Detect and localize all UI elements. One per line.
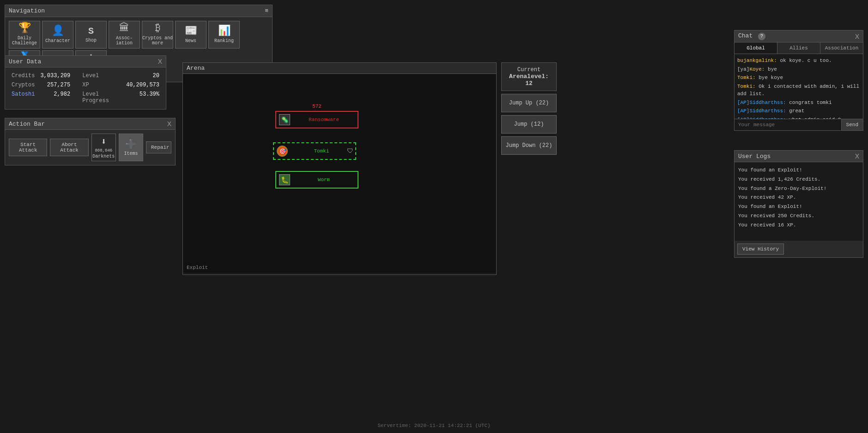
log-entry: You found a Zero-Day-Exploit!: [738, 184, 859, 194]
arena-panel: Arena 572 🦠 Ransomware 🎯 Tomki 🛡 🐛 Worm …: [182, 62, 497, 275]
nav-cryptos-label: Cryptos and more: [142, 36, 173, 46]
log-entry: You received 1,426 Credits.: [738, 175, 859, 184]
entity-player: 🎯 Tomki 🛡: [273, 142, 356, 160]
action-bar-header: Action Bar X: [5, 118, 175, 130]
items-label: Items: [124, 151, 138, 156]
level-label: Level: [73, 71, 123, 80]
tab-allies[interactable]: Allies: [777, 43, 820, 54]
start-attack-button[interactable]: Start Attack: [9, 139, 47, 156]
action-buttons: Start Attack Abort Attack ⬇ 808,046 Dark…: [5, 130, 175, 165]
navigation-title: Navigation: [9, 7, 45, 14]
arena-title: Arena: [187, 65, 205, 72]
jump-down-button[interactable]: Jump Down (22): [501, 136, 557, 155]
navigation-header: Navigation ≡: [5, 5, 272, 17]
chat-messages: bujankgalink: ok koye. c u too. [ya]Koye…: [734, 54, 863, 119]
arena-level-value: 12: [525, 80, 533, 87]
arena-controls: Current Arenalevel: 12 Jump Up (22) Jump…: [501, 62, 557, 155]
nav-character[interactable]: 👤 Character: [42, 21, 73, 49]
level-progress-value: 53.39%: [123, 90, 162, 105]
nav-ranking[interactable]: 📊 Ranking: [208, 21, 240, 49]
entity-ransomware: 572 🦠 Ransomware: [275, 111, 358, 128]
news-icon: 📰: [185, 26, 197, 37]
chat-help-icon[interactable]: ?: [758, 33, 765, 40]
association-icon: 🏛: [119, 24, 129, 34]
tab-association[interactable]: Association: [820, 43, 863, 54]
navigation-menu-icon[interactable]: ≡: [265, 7, 268, 14]
ransomware-name: Ransomware: [293, 117, 355, 122]
level-progress-label: Level Progress: [73, 90, 123, 105]
chat-message: [ya]Koye: bye: [737, 66, 860, 73]
chat-send-button[interactable]: Send: [841, 119, 863, 130]
view-history-button[interactable]: View History: [737, 244, 784, 255]
items-icon: ➕: [125, 139, 137, 150]
satoshi-label: Satoshi: [9, 90, 37, 105]
exploit-label: Exploit: [187, 265, 208, 270]
chat-tabs: Global Allies Association: [734, 43, 863, 54]
servertime: Servertime: 2020-11-21 14:22:21 (UTC): [377, 423, 490, 428]
chat-input[interactable]: [734, 119, 841, 130]
items-button[interactable]: ➕ Items: [119, 134, 143, 161]
arena-level-label: Arenalevel:: [509, 73, 549, 80]
nav-shop-label: Shop: [85, 38, 97, 43]
nav-ranking-label: Ranking: [214, 38, 234, 43]
character-icon: 👤: [52, 26, 64, 37]
nav-association[interactable]: 🏛 Assoc-iation: [109, 21, 140, 49]
darknets-icon: ⬇: [101, 136, 106, 147]
nav-news[interactable]: 📰 News: [175, 21, 206, 49]
shield-icon: 🛡: [347, 147, 353, 155]
current-label: Current: [505, 67, 552, 73]
user-data-grid: Credits 3,033,209 Level 20 Cryptos 257,2…: [5, 67, 166, 109]
jump-button[interactable]: Jump (12): [501, 115, 557, 134]
logs-content: You found an Exploit! You received 1,426…: [734, 162, 863, 241]
satoshi-value: 2,982: [37, 90, 73, 105]
nav-cryptos[interactable]: ₿ Cryptos and more: [142, 21, 173, 49]
arena-header: Arena: [183, 63, 496, 74]
darknets-value: 808,046: [95, 148, 112, 153]
action-bar-panel: Action Bar X Start Attack Abort Attack ⬇…: [5, 118, 176, 165]
xp-value: 40,209,573: [123, 80, 162, 90]
abort-attack-button[interactable]: Abort Attack: [50, 139, 88, 156]
xp-label: XP: [73, 80, 123, 90]
user-data-close-button[interactable]: X: [158, 58, 162, 65]
user-data-title: User Data: [9, 58, 41, 65]
chat-title: Chat ?: [738, 32, 765, 40]
daily-challenge-icon: 🏆: [18, 24, 31, 34]
user-logs-title: User Logs: [738, 153, 771, 160]
player-name: Tomki: [291, 148, 352, 154]
cryptos-value: 257,275: [37, 80, 73, 90]
chat-message: [AP]Siddharthss: congrats tomki: [737, 99, 860, 107]
action-bar-close-button[interactable]: X: [167, 120, 171, 128]
darknets-button[interactable]: ⬇ 808,046 Darknets: [91, 134, 116, 161]
arena-level: Arenalevel: 12: [505, 73, 552, 87]
log-entry: You received 16 XP.: [738, 221, 859, 230]
log-entry: You found an Exploit!: [738, 202, 859, 212]
user-logs-close-button[interactable]: X: [855, 152, 859, 160]
chat-close-button[interactable]: X: [855, 33, 859, 40]
chat-message: [AP]Siddharthss: great: [737, 107, 860, 115]
user-data-header: User Data X: [5, 56, 166, 67]
worm-sprite: 🐛: [279, 174, 290, 185]
ranking-icon: 📊: [218, 26, 231, 37]
nav-daily-challenge[interactable]: 🏆 Daily Challenge: [9, 21, 40, 49]
user-logs-panel: User Logs X You found an Exploit! You re…: [734, 150, 863, 258]
arena-level-info: Current Arenalevel: 12: [501, 62, 557, 91]
chat-input-row: Send: [734, 119, 863, 130]
credits-value: 3,033,209: [37, 71, 73, 80]
chat-message: bujankgalink: ok koye. c u too.: [737, 57, 860, 65]
worm-name: Worm: [293, 177, 355, 183]
repair-button[interactable]: Repair: [146, 141, 171, 153]
nav-association-label: Assoc-iation: [109, 36, 140, 46]
chat-message: Tomki: Ok i contacted with admin, i will…: [737, 83, 860, 98]
level-value: 20: [123, 71, 162, 80]
ransomware-sprite: 🦠: [279, 114, 290, 125]
cryptos-icon: ₿: [155, 24, 160, 34]
log-entry: You found an Exploit!: [738, 166, 859, 175]
nav-character-label: Character: [45, 38, 70, 43]
player-sprite: 🎯: [277, 146, 288, 157]
cryptos-label: Cryptos: [9, 80, 37, 90]
nav-shop[interactable]: S Shop: [75, 21, 107, 49]
arena-content: 572 🦠 Ransomware 🎯 Tomki 🛡 🐛 Worm Exploi…: [183, 74, 496, 273]
jump-up-button[interactable]: Jump Up (22): [501, 94, 557, 112]
tab-global[interactable]: Global: [734, 43, 777, 54]
darknets-label: Darknets: [92, 154, 115, 159]
